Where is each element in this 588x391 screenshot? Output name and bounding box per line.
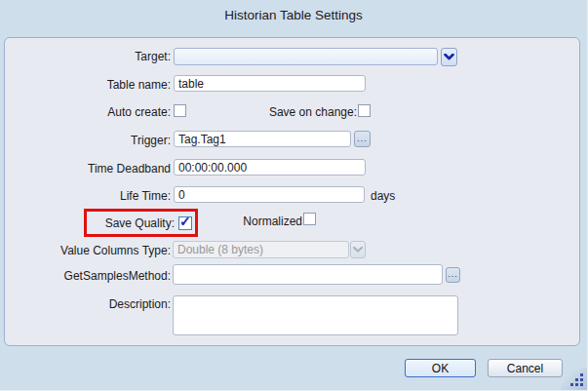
- target-combobox[interactable]: [174, 48, 438, 65]
- target-label: Target:: [10, 50, 171, 64]
- life-time-label: Life Time:: [10, 189, 171, 204]
- save-on-change-label: Save on change:: [244, 105, 357, 120]
- save-on-change-checkbox[interactable]: [358, 104, 371, 117]
- get-samples-method-browse-button[interactable]: ...: [446, 267, 460, 283]
- dialog-title: Historian Table Settings: [0, 8, 587, 22]
- ellipsis-icon: ...: [448, 269, 458, 279]
- save-quality-label: Save Quality:: [105, 216, 175, 230]
- auto-create-checkbox[interactable]: [174, 104, 186, 117]
- cancel-button[interactable]: Cancel: [488, 359, 563, 377]
- target-dropdown-button[interactable]: [441, 48, 457, 66]
- resize-grip-icon[interactable]: [561, 368, 587, 390]
- trigger-input[interactable]: [174, 131, 351, 147]
- life-time-input[interactable]: [174, 186, 365, 203]
- description-textarea[interactable]: [173, 295, 458, 335]
- chevron-down-icon-disabled: [353, 247, 363, 253]
- normalized-checkbox[interactable]: [303, 213, 316, 225]
- checkmark-icon: ✓: [179, 215, 191, 228]
- normalized-label: Normalized: [224, 215, 302, 229]
- get-samples-method-input[interactable]: [173, 264, 443, 285]
- table-name-label: Table name:: [10, 78, 171, 93]
- trigger-label: Trigger:: [10, 134, 171, 148]
- time-deadband-label: Time Deadband: [10, 162, 171, 176]
- get-samples-method-label: GetSamplesMethod:: [10, 269, 171, 284]
- ellipsis-icon: ...: [357, 134, 368, 143]
- auto-create-label: Auto create:: [10, 105, 171, 120]
- ok-button[interactable]: OK: [405, 359, 476, 377]
- description-label: Description:: [10, 297, 171, 312]
- historian-table-settings-dialog: { "dialog": { "title": "Historian Table …: [0, 0, 588, 391]
- time-deadband-input[interactable]: [174, 159, 366, 176]
- value-columns-type-combobox: Double (8 bytes): [173, 241, 349, 258]
- value-columns-type-dropdown-button: [350, 241, 366, 258]
- life-time-unit-label: days: [371, 189, 395, 203]
- trigger-browse-button[interactable]: ...: [354, 131, 371, 147]
- value-columns-type-label: Value Columns Type:: [10, 244, 171, 258]
- chevron-down-icon: [444, 54, 454, 60]
- save-quality-highlight-box: Save Quality: ✓: [84, 209, 198, 237]
- table-name-input[interactable]: [174, 75, 366, 92]
- save-quality-checkbox[interactable]: ✓: [178, 216, 192, 230]
